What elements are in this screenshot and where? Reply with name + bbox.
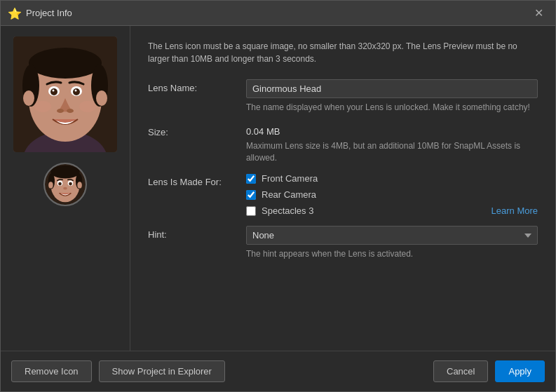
spectacles-label[interactable]: Spectacles 3 <box>262 205 313 216</box>
hint-label: Hint: <box>148 226 239 240</box>
lens-name-row: Lens Name: The name displayed when your … <box>148 79 538 114</box>
svg-point-29 <box>48 182 53 188</box>
hint-content: NoneHandRaise EyebrowsOpen MouthNodSmile… <box>246 226 538 260</box>
front-camera-checkbox[interactable] <box>246 174 256 184</box>
content-area: The Lens icon must be a square image, no… <box>1 26 555 351</box>
svg-point-26 <box>58 182 62 186</box>
size-hint: Maximum Lens size is 4MB, but an additio… <box>246 140 538 164</box>
left-panel <box>1 26 130 351</box>
size-label: Size: <box>148 123 239 137</box>
svg-point-13 <box>57 109 64 113</box>
svg-point-18 <box>79 101 96 112</box>
svg-point-10 <box>73 88 80 95</box>
remove-icon-button[interactable]: Remove Icon <box>11 360 92 382</box>
size-value: 0.04 MB <box>246 123 538 137</box>
rear-camera-row: Rear Camera <box>246 189 538 200</box>
svg-point-17 <box>34 101 51 112</box>
hint-select[interactable]: NoneHandRaise EyebrowsOpen MouthNodSmile… <box>246 226 538 245</box>
size-row: Size: 0.04 MB Maximum Lens size is 4MB, … <box>148 123 538 164</box>
front-camera-label[interactable]: Front Camera <box>262 173 318 184</box>
svg-point-27 <box>69 182 72 186</box>
main-preview-image <box>13 36 117 152</box>
lens-name-content: The name displayed when your Lens is unl… <box>246 79 538 114</box>
main-preview <box>13 36 117 152</box>
lens-for-content: Front Camera Rear Camera Spectacles 3 <box>246 173 538 216</box>
info-message: The Lens icon must be a square image, no… <box>148 40 538 65</box>
rear-camera-label[interactable]: Rear Camera <box>262 189 316 200</box>
spectacles-row: Spectacles 3 Learn More <box>246 205 538 216</box>
hint-row: Hint: NoneHandRaise EyebrowsOpen MouthNo… <box>148 226 538 260</box>
svg-point-28 <box>63 187 67 190</box>
project-icon: ⭐ <box>8 7 20 20</box>
project-info-dialog: ⭐ Project Info ✕ <box>0 0 556 392</box>
camera-checkbox-group: Front Camera Rear Camera Spectacles 3 <box>246 173 538 216</box>
learn-more-link[interactable]: Learn More <box>491 205 538 216</box>
spectacles-checkbox-row: Spectacles 3 <box>246 205 313 216</box>
bottom-bar: Remove Icon Show Project in Explorer Can… <box>1 351 555 391</box>
bottom-left-buttons: Remove Icon Show Project in Explorer <box>11 360 225 382</box>
right-panel: The Lens icon must be a square image, no… <box>130 26 555 351</box>
svg-point-12 <box>75 90 77 92</box>
lens-for-label: Lens Is Made For: <box>148 173 239 187</box>
small-preview-image <box>45 164 86 205</box>
svg-point-11 <box>53 90 55 92</box>
front-camera-row: Front Camera <box>246 173 538 184</box>
close-button[interactable]: ✕ <box>529 4 548 23</box>
lens-name-hint: The name displayed when your Lens is unl… <box>246 102 538 114</box>
svg-point-14 <box>67 109 74 113</box>
small-preview <box>43 163 87 206</box>
dialog-title: Project Info <box>26 8 529 18</box>
svg-point-21 <box>50 165 79 179</box>
lens-for-row: Lens Is Made For: Front Camera Rear Came… <box>148 173 538 216</box>
svg-point-15 <box>23 90 34 106</box>
lens-name-input[interactable] <box>246 79 538 98</box>
lens-name-label: Lens Name: <box>148 79 239 93</box>
size-content: 0.04 MB Maximum Lens size is 4MB, but an… <box>246 123 538 164</box>
svg-point-9 <box>50 88 57 95</box>
svg-point-4 <box>29 48 102 79</box>
title-bar: ⭐ Project Info ✕ <box>1 1 555 26</box>
svg-point-16 <box>96 90 107 106</box>
cancel-button[interactable]: Cancel <box>433 360 488 382</box>
apply-button[interactable]: Apply <box>495 360 545 382</box>
rear-camera-checkbox[interactable] <box>246 190 256 200</box>
bottom-right-buttons: Cancel Apply <box>433 360 545 382</box>
svg-point-30 <box>77 182 82 188</box>
form-section: Lens Name: The name displayed when your … <box>148 79 538 260</box>
show-in-explorer-button[interactable]: Show Project in Explorer <box>99 360 225 382</box>
spectacles-checkbox[interactable] <box>246 206 256 216</box>
hint-help-text: The hint appears when the Lens is activa… <box>246 248 538 260</box>
